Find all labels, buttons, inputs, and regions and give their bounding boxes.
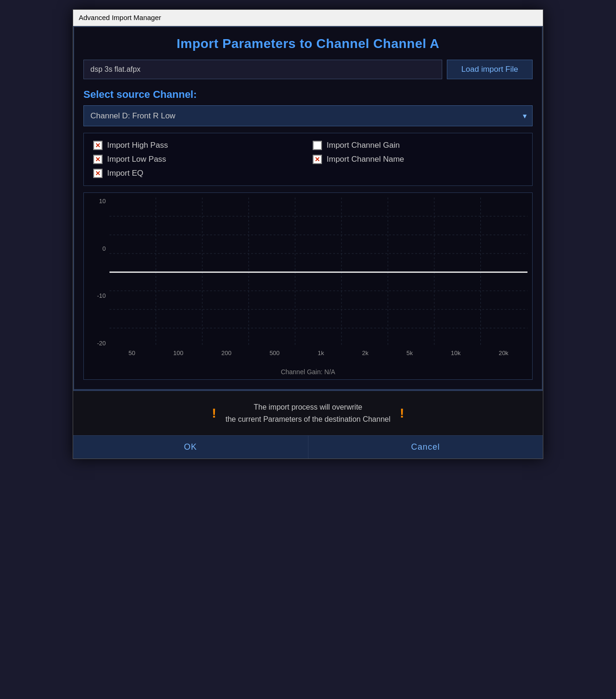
channel-select-wrapper: Channel D: Front R Low ▼ [83,105,533,126]
checkbox-checked-icon [93,155,103,164]
checkbox-checked-icon [93,169,103,178]
checkbox-unchecked-icon [313,141,322,150]
x-label-200: 200 [221,350,232,356]
checkbox-import-low-pass[interactable]: Import Low Pass [93,155,303,164]
warning-line1: The import process will overwrite [254,403,363,411]
checkbox-import-eq[interactable]: Import EQ [93,169,303,178]
x-label-500: 500 [269,350,280,356]
checkbox-label-channel-gain: Import Channel Gain [327,141,400,150]
chart-footer: Channel Gain: N/A [89,365,527,377]
window-title: Advanced Import Manager [79,14,161,21]
checkbox-label-channel-name: Import Channel Name [327,155,404,164]
file-row: Load import File [83,60,533,79]
channel-select[interactable]: Channel D: Front R Low [83,105,533,126]
checkbox-checked-icon [93,141,103,150]
x-label-50: 50 [129,350,135,356]
main-content: Import Parameters to Channel Channel A L… [73,26,543,390]
checkbox-label-eq: Import EQ [107,169,143,178]
y-label-10: 10 [99,198,106,205]
button-row: OK Cancel [73,435,543,459]
warning-section: ! The import process will overwrite the … [73,390,543,435]
ok-button[interactable]: OK [73,436,308,459]
load-import-file-button[interactable]: Load import File [447,60,533,79]
grid-lines [110,198,527,347]
source-channel-label: Select source Channel: [83,89,533,101]
y-label-0: 0 [103,245,106,252]
checkbox-import-high-pass[interactable]: Import High Pass [93,141,303,150]
warning-icon-left: ! [212,406,216,421]
advanced-import-manager-window: Advanced Import Manager Import Parameter… [73,9,543,459]
y-label-neg10: -10 [97,292,106,299]
chart-plot: 50 100 200 500 1k 2k 5k 10k 20k [110,198,527,365]
chart-area: 10 0 -10 -20 [89,198,527,365]
y-label-neg20: -20 [97,340,106,347]
x-axis: 50 100 200 500 1k 2k 5k 10k 20k [110,347,527,365]
page-title: Import Parameters to Channel Channel A [83,36,533,51]
x-label-20k: 20k [499,350,508,356]
file-path-input[interactable] [83,60,442,79]
checkbox-import-channel-gain[interactable]: Import Channel Gain [313,141,523,150]
checkbox-checked-icon [313,155,322,164]
warning-line2: the current Parameters of the destinatio… [226,415,390,423]
title-bar: Advanced Import Manager [73,10,543,26]
checkbox-label-high-pass: Import High Pass [107,141,168,150]
warning-icon-right: ! [400,406,404,421]
x-label-1k: 1k [318,350,324,356]
y-axis: 10 0 -10 -20 [89,198,110,365]
x-label-10k: 10k [451,350,461,356]
x-label-100: 100 [173,350,184,356]
cancel-button[interactable]: Cancel [308,436,543,459]
warning-text: The import process will overwrite the cu… [226,401,390,425]
chart-container: 10 0 -10 -20 [83,192,533,380]
checkbox-import-channel-name[interactable]: Import Channel Name [313,155,523,164]
chart-svg [110,198,527,347]
checkbox-label-low-pass: Import Low Pass [107,155,166,164]
checkboxes-grid: Import High Pass Import Channel Gain Imp… [83,133,533,186]
x-label-2k: 2k [362,350,369,356]
x-label-5k: 5k [406,350,413,356]
